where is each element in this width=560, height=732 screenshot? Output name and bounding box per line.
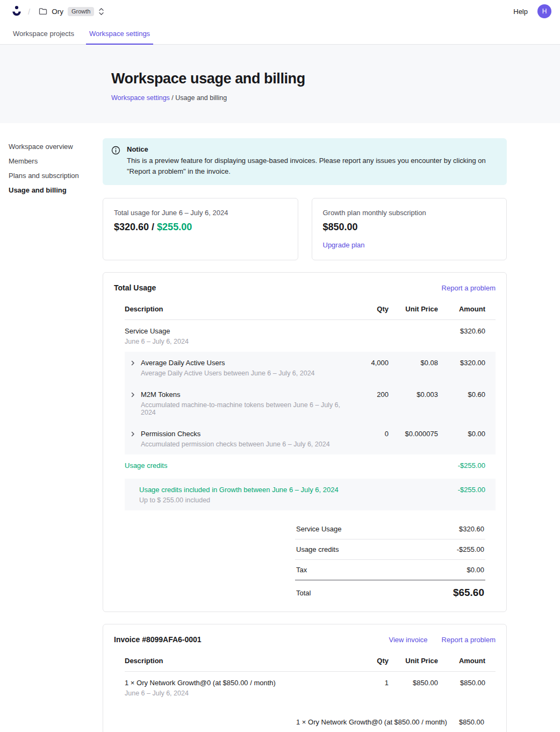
breadcrumb-current: Usage and billing xyxy=(175,94,227,102)
ory-logo-icon[interactable] xyxy=(11,5,23,18)
item-amount: $0.60 xyxy=(438,390,485,399)
invoice-panel-header: Invoice #8099AFA6-0001 View invoice Repo… xyxy=(114,635,496,644)
item-unit-price: $0.08 xyxy=(389,359,438,367)
total-label: Total xyxy=(296,589,311,597)
invoice-table: Description Qty Unit Price Amount 1 × Or… xyxy=(125,650,496,703)
service-usage-group-row: Service Usage June 6 – July 6, 2024 $320… xyxy=(125,320,496,352)
topbar-right: Help H xyxy=(513,4,551,18)
usage-table: Description Qty Unit Price Amount Servic… xyxy=(125,299,496,510)
tab-workspace-projects[interactable]: Workspace projects xyxy=(10,23,77,45)
item-qty: 4,000 xyxy=(346,359,389,367)
summary-value: $0.00 xyxy=(466,566,484,574)
service-usage-amount: $320.60 xyxy=(438,327,485,335)
settings-sidebar: Workspace overview Members Plans and sub… xyxy=(0,138,103,732)
usage-item-row-permission-checks: Permission Checks Accumulated permission… xyxy=(125,423,496,454)
col-unit-price: Unit Price xyxy=(389,305,438,313)
total-usage-amount: $320.60 / $255.00 xyxy=(114,222,287,233)
invoice-item-title: 1 × Ory Network Growth@0 (at $850.00 / m… xyxy=(125,679,346,687)
item-title: M2M Tokens xyxy=(141,390,346,399)
item-title: Average Daily Active Users xyxy=(141,359,315,367)
chevron-right-icon[interactable] xyxy=(130,359,136,377)
subscription-amount: $850.00 xyxy=(323,222,496,233)
summary-total-row: Total $65.60 xyxy=(295,580,485,599)
usage-credits-title: Usage credits xyxy=(125,461,346,470)
sidebar-item-usage-billing[interactable]: Usage and billing xyxy=(9,183,103,198)
usage-credits-group-row: Usage credits -$255.00 xyxy=(125,454,496,479)
summary-row: Usage credits -$255.00 xyxy=(295,539,485,560)
usage-spent: $320.60 xyxy=(114,222,149,232)
sidebar-item-members[interactable]: Members xyxy=(9,154,103,169)
service-usage-title: Service Usage xyxy=(125,327,346,335)
invoice-item-unit-price: $850.00 xyxy=(389,679,438,687)
usage-panel-header: Total Usage Report a problem xyxy=(114,283,496,292)
col-amount: Amount xyxy=(438,657,485,665)
summary-value: $320.60 xyxy=(459,525,484,533)
item-qty: 200 xyxy=(346,390,389,399)
item-description: Accumulated permission checks between Ju… xyxy=(141,440,330,448)
summary-cards: Total usage for June 6 – July 6, 2024 $3… xyxy=(103,198,507,260)
topbar-left: / Ory Growth xyxy=(11,5,104,18)
usage-item-row-m2m: M2M Tokens Accumulated machine-to-machin… xyxy=(125,383,496,423)
summary-row-tax: Tax $0.00 xyxy=(295,560,485,580)
top-bar: / Ory Growth Help H xyxy=(0,0,560,23)
invoice-item-qty: 1 xyxy=(346,679,389,687)
invoice-item-amount: $850.00 xyxy=(438,679,485,687)
usage-included: $255.00 xyxy=(157,222,192,232)
tab-workspace-settings[interactable]: Workspace settings xyxy=(86,23,153,45)
invoice-panel: Invoice #8099AFA6-0001 View invoice Repo… xyxy=(103,624,507,732)
item-amount: $320.00 xyxy=(438,359,485,367)
service-usage-period: June 6 – July 6, 2024 xyxy=(125,338,346,345)
notice-content: Notice This is a preview feature for dis… xyxy=(127,145,498,177)
credits-item-title: Usage credits included in Growth between… xyxy=(139,486,346,494)
chevron-right-icon[interactable] xyxy=(130,430,136,448)
invoice-title: Invoice #8099AFA6-0001 xyxy=(114,635,202,644)
invoice-table-header: Description Qty Unit Price Amount xyxy=(125,650,496,672)
content: Workspace overview Members Plans and sub… xyxy=(0,123,560,732)
view-invoice-link[interactable]: View invoice xyxy=(389,636,428,644)
notice-title: Notice xyxy=(127,145,498,153)
avatar[interactable]: H xyxy=(537,4,551,18)
col-qty: Qty xyxy=(346,305,389,313)
plan-badge: Growth xyxy=(68,7,94,16)
usage-summary: Service Usage $320.60 Usage credits -$25… xyxy=(295,519,485,599)
breadcrumb-separator: / xyxy=(171,94,173,102)
col-description: Description xyxy=(125,305,346,313)
summary-row: 1 × Ory Network Growth@0 (at $850.00 / m… xyxy=(295,712,485,732)
sidebar-item-plans-subscription[interactable]: Plans and subscription xyxy=(9,169,103,183)
help-link[interactable]: Help xyxy=(513,8,528,16)
usage-item-row-adau: Average Daily Active Users Average Daily… xyxy=(125,352,496,383)
col-amount: Amount xyxy=(438,305,485,313)
invoice-links: View invoice Report a problem xyxy=(389,636,496,644)
notice-body: This is a preview feature for displaying… xyxy=(127,155,498,177)
item-amount: $0.00 xyxy=(438,430,485,438)
item-unit-price: $0.000075 xyxy=(389,430,438,438)
invoice-summary: 1 × Ory Network Growth@0 (at $850.00 / m… xyxy=(295,712,485,732)
total-usage-panel: Total Usage Report a problem Description… xyxy=(103,272,507,612)
breadcrumb-parent-link[interactable]: Workspace settings xyxy=(111,94,170,102)
summary-value: $850.00 xyxy=(459,718,484,726)
total-usage-label: Total usage for June 6 – July 6, 2024 xyxy=(114,209,287,217)
subscription-card: Growth plan monthly subscription $850.00… xyxy=(312,198,507,260)
credits-item-amount: -$255.00 xyxy=(438,486,485,494)
summary-label: Tax xyxy=(296,566,307,574)
subscription-label: Growth plan monthly subscription xyxy=(323,209,496,217)
report-problem-link[interactable]: Report a problem xyxy=(442,284,496,292)
item-description: Accumulated machine-to-machine tokens be… xyxy=(141,401,346,416)
item-qty: 0 xyxy=(346,430,389,438)
usage-panel-title: Total Usage xyxy=(114,283,156,292)
workspace-switcher[interactable]: Ory Growth xyxy=(39,7,104,16)
chevron-updown-icon xyxy=(98,8,104,16)
workspace-name: Ory xyxy=(52,8,63,16)
sidebar-item-workspace-overview[interactable]: Workspace overview xyxy=(9,140,103,154)
folder-icon xyxy=(39,8,47,15)
breadcrumb-slash: / xyxy=(28,7,30,16)
chevron-right-icon[interactable] xyxy=(130,391,136,416)
upgrade-plan-link[interactable]: Upgrade plan xyxy=(323,241,365,249)
summary-label: Service Usage xyxy=(296,525,342,533)
item-title: Permission Checks xyxy=(141,430,330,438)
invoice-item-period: June 6 – July 6, 2024 xyxy=(125,690,346,697)
report-problem-link[interactable]: Report a problem xyxy=(442,636,496,644)
col-unit-price: Unit Price xyxy=(389,657,438,665)
summary-row: Service Usage $320.60 xyxy=(295,519,485,539)
total-value: $65.60 xyxy=(453,587,484,599)
